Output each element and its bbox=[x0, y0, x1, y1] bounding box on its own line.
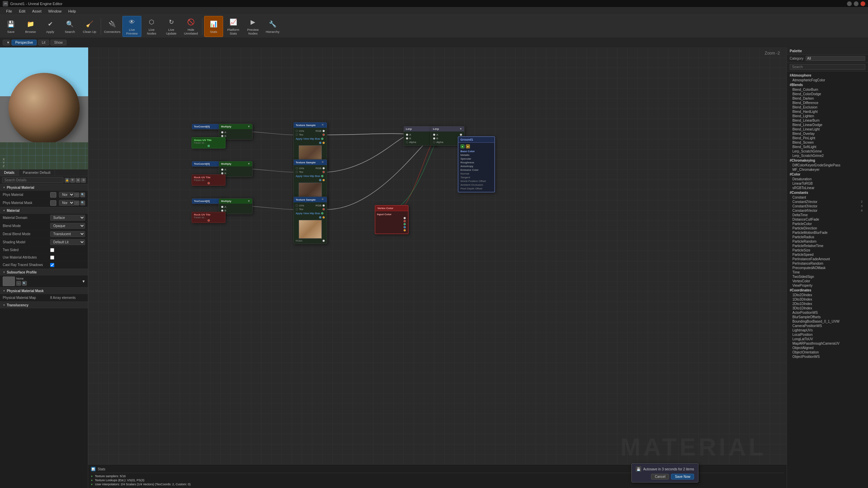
phys-mask-dropdown[interactable]: None bbox=[59, 200, 75, 206]
perspective-button[interactable]: Perspective bbox=[12, 40, 37, 45]
phys-material-find-icon[interactable]: 🔍 bbox=[80, 192, 85, 197]
palette-item[interactable]: Blend_LinearDodge bbox=[787, 123, 868, 127]
palette-item[interactable]: Blend_Exclusion bbox=[787, 105, 868, 109]
search-button[interactable]: 🔍 Search bbox=[60, 16, 79, 37]
palette-item[interactable]: ParticleRelativeTime bbox=[787, 244, 868, 248]
hideunrelated-button[interactable]: 🚫 Hide Unrelated bbox=[181, 16, 200, 37]
palette-item[interactable]: 1Dto3DIndex bbox=[787, 297, 868, 302]
palette-item[interactable]: DistanceCullFade bbox=[787, 217, 868, 222]
palette-item[interactable]: ParticleRandom bbox=[787, 239, 868, 244]
platformstats-button[interactable]: 📈 Platform Stats bbox=[224, 16, 243, 37]
property-lock-icon[interactable]: 🔒 bbox=[65, 178, 70, 183]
palette-item[interactable]: BoundingBoxBased_0_1_UVW bbox=[787, 319, 868, 324]
palette-item[interactable]: Blend_LinearBurn bbox=[787, 118, 868, 123]
phys-mask-find-icon[interactable]: 🔍 bbox=[80, 201, 85, 205]
palette-item[interactable]: ObjectOrientation bbox=[787, 350, 868, 354]
cast-ray-shadows-checkbox[interactable] bbox=[50, 263, 54, 267]
material-header[interactable]: Material bbox=[0, 207, 88, 214]
palette-item[interactable]: Constant3Vector3 bbox=[787, 204, 868, 208]
blend-mode-dropdown[interactable]: Opaque bbox=[50, 223, 85, 229]
material-domain-dropdown[interactable]: Surface bbox=[50, 215, 85, 221]
livenodes-button[interactable]: ⬡ Live Nodes bbox=[142, 16, 161, 37]
texture-3-close-icon[interactable]: ✕ bbox=[321, 198, 325, 201]
texture-1-close-icon[interactable]: ✕ bbox=[321, 123, 325, 127]
rock-uv-node-1[interactable]: Rock UV Tile Param str... bbox=[192, 175, 225, 186]
phys-material-dropdown[interactable]: None bbox=[59, 192, 75, 198]
menu-asset[interactable]: Asset bbox=[29, 7, 45, 15]
palette-item[interactable]: ParticleMotionBlurFade bbox=[787, 230, 868, 235]
palette-item[interactable]: CameraPositionWS bbox=[787, 324, 868, 328]
palette-item[interactable]: Blend_Overlay bbox=[787, 131, 868, 136]
palette-item[interactable]: 2Dto1DIndex bbox=[787, 302, 868, 306]
subsurface-header[interactable]: Subsurface Profile bbox=[0, 269, 88, 276]
palette-item[interactable]: Blend_LinearLight bbox=[787, 127, 868, 131]
close-button[interactable] bbox=[861, 1, 865, 6]
palette-item[interactable]: Blend_PinLight bbox=[787, 136, 868, 140]
connectors-button[interactable]: 🔌 Connectors bbox=[103, 16, 122, 37]
menu-help[interactable]: Help bbox=[65, 7, 79, 15]
palette-item[interactable]: sRGBToLinear bbox=[787, 186, 868, 190]
node-canvas[interactable]: Zoom -2 MATERIAL bbox=[88, 47, 787, 488]
palette-item[interactable]: DiffColorKeyerErodeSinglePass bbox=[787, 163, 868, 167]
palette-item[interactable]: 1Dto2DIndex bbox=[787, 293, 868, 297]
palette-item[interactable]: ParticleRadius bbox=[787, 235, 868, 239]
stats-button[interactable]: 📊 Stats bbox=[204, 16, 223, 37]
palette-item[interactable]: Lerp_ScratchGrime2 bbox=[787, 154, 868, 158]
lit-button[interactable]: Lit bbox=[38, 40, 49, 45]
palette-item[interactable]: VertexColor bbox=[787, 279, 868, 283]
palette-item[interactable]: 3Dto1DIndex bbox=[787, 306, 868, 310]
menu-edit[interactable]: Edit bbox=[16, 7, 29, 15]
autosave-cancel-button[interactable]: Cancel bbox=[651, 474, 669, 480]
texture-sample-node-3[interactable]: Texture Sample ✕ UVs RGB bbox=[293, 197, 327, 244]
use-material-attrs-checkbox[interactable] bbox=[50, 256, 54, 260]
palette-item[interactable]: Blend_Screen bbox=[787, 140, 868, 145]
palette-item[interactable]: ParticleSpeed bbox=[787, 252, 868, 257]
menu-window[interactable]: Window bbox=[45, 7, 65, 15]
palette-item[interactable]: Time bbox=[787, 270, 868, 274]
autosave-save-button[interactable]: Save Now bbox=[671, 474, 694, 480]
show-button[interactable]: Show bbox=[51, 40, 66, 45]
palette-item[interactable]: PerInstanceRandom bbox=[787, 261, 868, 266]
hierarchy-button[interactable]: 🔧 Hierarchy bbox=[263, 16, 282, 37]
maximize-button[interactable] bbox=[854, 1, 859, 6]
palette-item[interactable]: Blend_Lighten bbox=[787, 114, 868, 118]
palette-item[interactable]: Blend_SoftLight bbox=[787, 145, 868, 149]
palette-item[interactable]: LightmapUVs bbox=[787, 328, 868, 332]
palette-item[interactable]: ParticleDirection bbox=[787, 226, 868, 230]
palette-item[interactable]: ParticleColor bbox=[787, 222, 868, 226]
palette-item[interactable]: BlurSampleOffsets bbox=[787, 315, 868, 319]
palette-item[interactable]: PrecomputedAOMask bbox=[787, 266, 868, 270]
palette-item[interactable]: MapARPassthroughCameraUV bbox=[787, 341, 868, 346]
liveupdate-button[interactable]: ↻ Live Update bbox=[162, 16, 181, 37]
palette-item[interactable]: LongLatToUV bbox=[787, 337, 868, 341]
viewport-type-toggle[interactable]: ▼ bbox=[3, 40, 10, 45]
two-sided-checkbox[interactable] bbox=[50, 248, 54, 252]
shading-model-dropdown[interactable]: Default Lit bbox=[50, 239, 85, 245]
tab-parameter-default[interactable]: Parameter Default bbox=[19, 169, 55, 176]
livepreview-button[interactable]: 👁 Live Preview bbox=[122, 16, 141, 37]
palette-item[interactable]: PerInstanceFadeAmount bbox=[787, 257, 868, 261]
menu-file[interactable]: File bbox=[3, 7, 16, 15]
property-grid-icon[interactable]: ⊞ bbox=[76, 178, 80, 183]
palette-item[interactable]: Constant bbox=[787, 195, 868, 200]
subsurface-arrow-icon[interactable]: ← bbox=[16, 281, 21, 286]
vertex-color-node[interactable]: Vertex Color Input Color bbox=[375, 205, 409, 234]
apply-button[interactable]: ✔ Apply bbox=[41, 16, 60, 37]
palette-item[interactable]: LinearToRGB bbox=[787, 181, 868, 186]
palette-item[interactable]: AtmosphericFogColor bbox=[787, 78, 868, 82]
palette-item[interactable]: Blend_ColorBurn bbox=[787, 87, 868, 92]
palette-item[interactable]: Desaturation bbox=[787, 177, 868, 181]
palette-item[interactable]: ActorPositionWS bbox=[787, 310, 868, 315]
rock-uv-node-2[interactable]: Rock UV Tile Param str... bbox=[192, 212, 225, 223]
physical-mask-header[interactable]: Physical Material Mask bbox=[0, 288, 88, 294]
property-settings-icon[interactable]: ⚙ bbox=[81, 178, 86, 183]
palette-item[interactable]: Lerp_ScratchGrime bbox=[787, 149, 868, 154]
property-eye-icon[interactable]: 👁 bbox=[70, 178, 75, 183]
physical-material-header[interactable]: Physical Material bbox=[0, 184, 88, 191]
preview-viewport[interactable]: X Y Z bbox=[0, 47, 88, 169]
palette-item[interactable]: ObjectAligned bbox=[787, 346, 868, 350]
ground1-output-node[interactable]: Ground1 ● ● Base Color Metallic Specular… bbox=[458, 136, 495, 192]
palette-category-input[interactable] bbox=[806, 56, 865, 61]
palette-item[interactable]: Constant2Vector2 bbox=[787, 200, 868, 204]
save-button[interactable]: 💾 Save bbox=[1, 16, 20, 37]
